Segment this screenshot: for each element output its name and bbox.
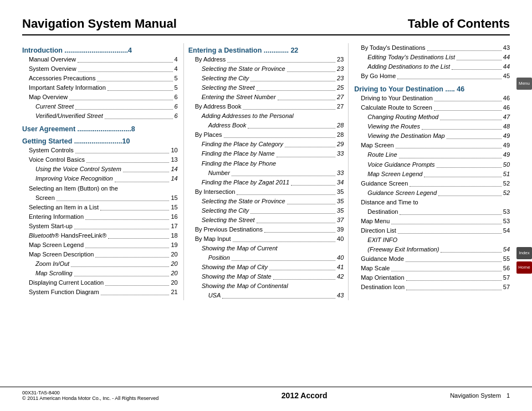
toc-changing-routing: Changing Routing Method47 bbox=[354, 112, 510, 122]
section-entering-destination: Entering a Destination ............. 22 bbox=[188, 47, 344, 54]
toc-find-phone: Finding the Place by Phone bbox=[188, 159, 344, 168]
toc-map-screen-right: Map Screen49 bbox=[354, 141, 510, 150]
toc-selecting-item-button: Selecting an Item (Button) on the bbox=[22, 184, 178, 193]
toc-system-function-diagram: System Function Diagram21 bbox=[22, 287, 178, 297]
toc-direction-list: Direction List54 bbox=[354, 226, 510, 235]
toc-distance-time2: Destination53 bbox=[354, 207, 510, 217]
toc-improving-voice: Improving Voice Recognition14 bbox=[22, 174, 178, 183]
toc-by-intersection: By Intersection35 bbox=[188, 187, 344, 197]
toc-viewing-dest-map: Viewing the Destination Map49 bbox=[354, 131, 510, 141]
section-getting-started: Getting Started ........................… bbox=[22, 137, 178, 145]
toc-guidance-mode: Guidance Mode55 bbox=[354, 254, 510, 264]
footer: 00X31-TA5-8400 © 2011 American Honda Mot… bbox=[0, 387, 532, 401]
toc-map-scrolling: Map Scrolling20 bbox=[22, 269, 178, 278]
footer-section: Navigation System bbox=[450, 392, 501, 399]
toc-route-line: Route Line49 bbox=[354, 150, 510, 160]
toc-show-state: Showing the Map of State42 bbox=[188, 272, 344, 281]
toc-find-category: Finding the Place by Category29 bbox=[188, 140, 344, 149]
toc-by-go-home: By Go Home45 bbox=[354, 71, 510, 81]
menu-button[interactable]: Menu bbox=[516, 78, 532, 90]
toc-guidance-screen: Guidance Screen52 bbox=[354, 179, 510, 188]
toc-voice-guidance-prompts: Voice Guidance Prompts50 bbox=[354, 160, 510, 169]
toc-selecting-street-addr: Selecting the Street25 bbox=[188, 83, 344, 93]
toc-selecting-item-button2: Screen15 bbox=[22, 193, 178, 203]
toc-calc-route: Calculate Route to Screen46 bbox=[354, 103, 510, 112]
toc-by-address-book: By Address Book27 bbox=[188, 102, 344, 111]
toc-map-screen-legend: Map Screen Legend19 bbox=[22, 240, 178, 250]
page-title: Navigation System Manual bbox=[22, 17, 177, 31]
left-column: Introduction ...........................… bbox=[22, 43, 183, 300]
footer-model: 2012 Accord bbox=[282, 391, 328, 400]
footer-page: 1 bbox=[507, 392, 510, 399]
toc-find-name: Finding the Place by Name33 bbox=[188, 149, 344, 158]
toc-editing-todays-dest: Editing Today's Destinations List44 bbox=[354, 53, 510, 62]
toc-map-screen-description: Map Screen Description20 bbox=[22, 250, 178, 259]
toc-system-controls: System Controls10 bbox=[22, 146, 178, 155]
toc-show-continental: Showing the Map of Continental bbox=[188, 281, 344, 291]
toc-show-usa: USA43 bbox=[188, 291, 344, 300]
toc-distance-time: Distance and Time to bbox=[354, 198, 510, 207]
toc-select-street-inter: Selecting the Street37 bbox=[188, 215, 344, 225]
toc-find-phone2: Number33 bbox=[188, 168, 344, 178]
section-user-agreement: User Agreement .........................… bbox=[22, 125, 178, 133]
toc-select-state-inter: Selecting the State or Province35 bbox=[188, 197, 344, 206]
toc-important-safety: Important Safety Information5 bbox=[22, 83, 178, 93]
toc-by-places: By Places28 bbox=[188, 130, 344, 140]
toc-map-menu: Map Menu53 bbox=[354, 217, 510, 226]
header: Navigation System Manual Table of Conten… bbox=[22, 17, 510, 35]
toc-guidance-screen-legend: Guidance Screen Legend52 bbox=[354, 188, 510, 198]
index-button[interactable]: Index bbox=[516, 247, 532, 259]
middle-column: Entering a Destination ............. 22 … bbox=[183, 43, 349, 300]
toc-map-scale: Map Scale56 bbox=[354, 264, 510, 273]
toc-zoom: Zoom In/Out20 bbox=[22, 259, 178, 269]
toc-bluetooth: Bluetooth® HandsFreeLink®18 bbox=[22, 231, 178, 240]
toc-freeway-exit: (Freeway Exit Information)54 bbox=[354, 245, 510, 254]
side-buttons: Menu Index Home bbox=[516, 78, 532, 274]
toc-viewing-routes: Viewing the Routes48 bbox=[354, 122, 510, 131]
footer-right: Navigation System 1 bbox=[450, 392, 510, 399]
section-driving-destination: Driving to Your Destination ..... 46 bbox=[354, 85, 510, 93]
right-column: By Today's Destinations43 Editing Today'… bbox=[349, 43, 510, 300]
copyright: © 2011 American Honda Motor Co., Inc. - … bbox=[22, 395, 158, 401]
toc-using-voice: Using the Voice Control System14 bbox=[22, 165, 178, 174]
home-button[interactable]: Home bbox=[516, 261, 532, 274]
toc-map-overview: Map Overview6 bbox=[22, 93, 178, 102]
toc-adding-addresses2: Address Book28 bbox=[188, 121, 344, 130]
toc-voice-control-basics: Voice Control Basics13 bbox=[22, 155, 178, 165]
toc-current-street: Current Street6 bbox=[22, 102, 178, 111]
toc-show-current-pos2: Position40 bbox=[188, 253, 344, 263]
toc-selecting-city-addr: Selecting the City23 bbox=[188, 74, 344, 83]
toc-system-startup: System Start-up17 bbox=[22, 222, 178, 231]
toc-driving-dest: Driving to Your Destination46 bbox=[354, 94, 510, 103]
toc-manual-overview: Manual Overview4 bbox=[22, 55, 178, 64]
toc-map-screen-legend-right: Map Screen Legend51 bbox=[354, 169, 510, 179]
part-number: 00X31-TA5-8400 bbox=[22, 390, 158, 395]
toc-by-todays-dest: By Today's Destinations43 bbox=[354, 43, 510, 53]
toc-show-current-pos: Showing the Map of Current bbox=[188, 244, 344, 253]
toc-select-city-inter: Selecting the City35 bbox=[188, 206, 344, 215]
toc-system-overview: System Overview4 bbox=[22, 64, 178, 74]
toc-displaying-location: Displaying Current Location20 bbox=[22, 278, 178, 287]
toc-exit-info: EXIT INFO bbox=[354, 235, 510, 245]
toc-show-city: Showing the Map of City41 bbox=[188, 263, 344, 272]
toc-map-orientation: Map Orientation57 bbox=[354, 273, 510, 282]
toc-adding-addresses: Adding Addresses to the Personal bbox=[188, 111, 344, 121]
toc-by-map-input: By Map Input40 bbox=[188, 234, 344, 244]
toc-accessories-precautions: Accessories Precautions5 bbox=[22, 74, 178, 83]
footer-left: 00X31-TA5-8400 © 2011 American Honda Mot… bbox=[22, 390, 158, 401]
toc-by-prev-dest: By Previous Destinations39 bbox=[188, 225, 344, 234]
toc-label: Table of Contents bbox=[408, 17, 510, 31]
toc-selecting-state-prov: Selecting the State or Province23 bbox=[188, 64, 344, 74]
toc-by-address: By Address23 bbox=[188, 55, 344, 64]
page: Navigation System Manual Table of Conten… bbox=[0, 0, 532, 411]
toc-destination-icon: Destination Icon57 bbox=[354, 282, 510, 292]
toc-verified-street: Verified/Unverified Street6 bbox=[22, 111, 178, 121]
toc-entering-street-num: Entering the Street Number27 bbox=[188, 93, 344, 102]
toc-entering-information: Entering Information16 bbox=[22, 212, 178, 222]
section-introduction: Introduction ...........................… bbox=[22, 47, 178, 54]
toc-find-zagat: Finding the Place by Zagat 201134 bbox=[188, 178, 344, 187]
toc-adding-dest-list: Adding Destinations to the List44 bbox=[354, 62, 510, 71]
content-area: Introduction ...........................… bbox=[22, 43, 510, 300]
toc-selecting-item-list: Selecting an Item in a List15 bbox=[22, 203, 178, 212]
